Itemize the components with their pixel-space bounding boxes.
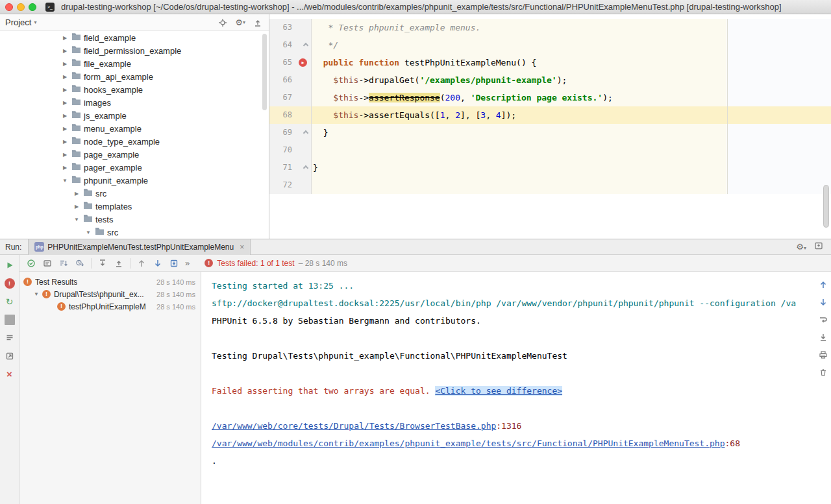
project-item-page_example[interactable]: ▶page_example	[0, 148, 269, 161]
expand-arrow-icon[interactable]: ▶	[61, 139, 69, 145]
run-tab-bar: Run: php PHPUnitExampleMenuTest.testPhpU…	[0, 239, 831, 255]
dump-console-icon[interactable]	[5, 333, 15, 343]
project-item-pager_example[interactable]: ▶pager_example	[0, 161, 269, 174]
test-tree-item[interactable]: !Test Results28 s 140 ms	[19, 276, 201, 288]
expand-arrow-icon[interactable]: ▶	[61, 126, 69, 132]
rerun-failed-tests-icon[interactable]: !	[5, 278, 15, 289]
project-item-hooks_example[interactable]: ▶hooks_example	[0, 83, 269, 96]
stacktrace-link[interactable]: /var/www/web/core/tests/Drupal/Tests/Bro…	[212, 421, 496, 431]
close-icon[interactable]: ×	[5, 369, 15, 379]
show-output-icon[interactable]	[42, 258, 53, 269]
down-stack-trace-icon[interactable]	[818, 297, 828, 307]
console-line	[212, 365, 802, 382]
fold-marker-icon[interactable]	[303, 165, 308, 171]
editor-line-70: 70	[269, 141, 831, 159]
run-settings-gear-icon[interactable]: ⚙▾	[796, 243, 806, 252]
project-item-js_example[interactable]: ▶js_example	[0, 109, 269, 122]
code-token: $this	[333, 110, 358, 120]
fold-marker-icon[interactable]	[303, 43, 308, 48]
project-item-phpunit_example[interactable]: ▼phpunit_example	[0, 174, 269, 187]
rerun-icon[interactable]	[5, 260, 15, 270]
project-item-node_type_example[interactable]: ▶node_type_example	[0, 135, 269, 148]
expand-arrow-icon[interactable]: ▶	[61, 87, 69, 93]
editor[interactable]: 63 * Tests phpunit_example menus.64 */65…	[269, 14, 831, 239]
more-actions-chevron-icon[interactable]: »	[185, 258, 190, 268]
editor-scrollbar[interactable]	[823, 185, 829, 228]
expand-arrow-icon[interactable]: ▶	[73, 191, 81, 197]
scroll-from-source-icon[interactable]	[218, 18, 227, 27]
sort-by-duration-icon[interactable]	[75, 258, 85, 269]
expand-arrow-icon[interactable]: ▶	[61, 165, 69, 171]
project-item-form_api_example[interactable]: ▶form_api_example	[0, 70, 269, 83]
print-icon[interactable]	[818, 350, 828, 360]
settings-gear-icon[interactable]: ⚙▾	[235, 18, 245, 27]
project-item-field_permission_example[interactable]: ▶field_permission_example	[0, 44, 269, 57]
collapse-all-tests-icon[interactable]	[114, 258, 124, 269]
next-failed-test-icon[interactable]	[153, 258, 163, 269]
expand-all-icon[interactable]	[97, 258, 108, 269]
project-item-src[interactable]: ▶src	[0, 187, 269, 200]
expand-arrow-icon[interactable]: ▶	[61, 48, 69, 54]
line-number: 71	[269, 159, 297, 176]
stop-icon[interactable]	[5, 315, 15, 325]
expand-arrow-icon[interactable]: ▶	[61, 113, 69, 119]
editor-line-65: 65▸ public function testPhpUnitExampleMe…	[269, 54, 831, 71]
project-scrollbar[interactable]	[262, 34, 267, 110]
stacktrace-link[interactable]: /var/www/web/modules/contrib/examples/ph…	[212, 438, 725, 448]
project-item-label: pager_example	[84, 163, 142, 173]
project-item-images[interactable]: ▶images	[0, 96, 269, 109]
tab-close-icon[interactable]: ×	[240, 243, 244, 252]
line-number: 66	[269, 71, 297, 89]
soft-wrap-icon[interactable]	[818, 315, 828, 325]
code-token: 200	[445, 93, 460, 102]
project-item-file_example[interactable]: ▶file_example	[0, 57, 269, 70]
run-configuration-tab[interactable]: php PHPUnitExampleMenuTest.testPhpUnitEx…	[28, 239, 251, 255]
gutter[interactable]: ▸	[297, 54, 312, 71]
project-view-dropdown-icon[interactable]: ▾	[34, 19, 36, 25]
line-number: 67	[269, 89, 297, 106]
collapse-arrow-icon[interactable]: ▼	[84, 230, 92, 235]
clear-all-icon[interactable]	[818, 367, 828, 378]
test-failed-gutter-icon[interactable]: ▸	[299, 58, 307, 67]
test-tree-item[interactable]: !testPhpUnitExampleM28 s 140 ms	[19, 300, 201, 313]
test-tree-item[interactable]: ▼!Drupal\Tests\phpunit_ex...28 s 140 ms	[19, 288, 201, 300]
project-item-label: phpunit_example	[84, 176, 148, 186]
sort-alphabetically-icon[interactable]	[58, 258, 69, 269]
fold-marker-icon[interactable]	[303, 130, 308, 136]
window-close-button[interactable]	[5, 3, 13, 11]
expand-arrow-icon[interactable]: ▶	[61, 152, 69, 158]
expand-arrow-icon[interactable]: ▶	[73, 204, 81, 210]
console[interactable]: Testing started at 13:25 ...sftp://docke…	[201, 272, 831, 504]
hide-panel-icon[interactable]	[814, 241, 823, 252]
scroll-to-end-icon[interactable]	[818, 332, 828, 342]
code-text: $this->assertResponse(200, 'Description …	[312, 89, 831, 106]
expand-arrow-icon[interactable]: ▶	[61, 61, 69, 67]
up-stack-trace-icon[interactable]	[818, 280, 828, 290]
collapse-arrow-icon[interactable]: ▼	[34, 291, 39, 297]
gutter[interactable]	[297, 36, 312, 54]
console-line: /var/www/web/core/tests/Drupal/Tests/Bro…	[212, 417, 802, 435]
window-zoom-button[interactable]	[29, 3, 36, 11]
gutter[interactable]	[297, 124, 312, 141]
show-passed-icon[interactable]	[26, 258, 36, 269]
toggle-auto-test-icon[interactable]: ↻	[5, 296, 15, 307]
code-text	[312, 176, 831, 194]
project-item-field_example[interactable]: ▶field_example	[0, 31, 269, 44]
project-item-menu_example[interactable]: ▶menu_example	[0, 122, 269, 135]
project-item-tests[interactable]: ▼tests	[0, 213, 269, 226]
expand-arrow-icon[interactable]: ▶	[61, 35, 69, 41]
expand-arrow-icon[interactable]: ▶	[61, 100, 69, 106]
window-minimize-button[interactable]	[17, 3, 25, 11]
export-test-results-icon[interactable]	[5, 351, 15, 361]
expand-arrow-icon[interactable]: ▶	[61, 74, 69, 80]
previous-failed-test-icon[interactable]	[136, 258, 147, 269]
project-item-templates[interactable]: ▶templates	[0, 200, 269, 213]
import-test-results-icon[interactable]	[169, 258, 179, 269]
folder-icon	[71, 123, 81, 134]
project-item-src[interactable]: ▼src	[0, 226, 269, 239]
diff-link[interactable]: <Click to see difference>	[435, 386, 562, 396]
collapse-arrow-icon[interactable]: ▼	[61, 178, 69, 184]
collapse-arrow-icon[interactable]: ▼	[73, 217, 81, 222]
collapse-all-icon[interactable]	[253, 18, 262, 27]
gutter[interactable]	[297, 159, 312, 176]
